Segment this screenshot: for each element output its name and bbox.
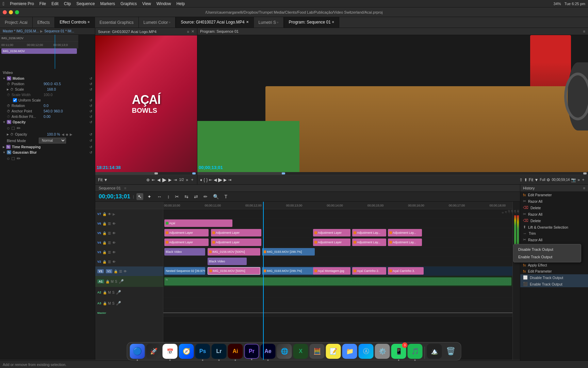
tool-ripple[interactable]: ✦ [146,193,153,200]
program-in-btn[interactable]: { [203,178,205,182]
dock-excel[interactable]: X [293,344,308,359]
anchor-x[interactable]: 540.0 [44,109,52,113]
scale-reset[interactable]: ↺ [89,88,92,91]
opacity-add-kf[interactable]: ◆ [66,133,68,136]
v2-lock[interactable]: 🔒 [102,260,107,264]
rotation-reset[interactable]: ↺ [89,104,92,108]
dock-settings[interactable]: ⚙️ [375,344,390,359]
dock-spotify[interactable]: 🎵 [408,344,423,359]
source-scrub-end[interactable] [192,172,196,174]
history-delete-1[interactable]: ⌫ Delete [520,204,588,211]
timeline-menu-icon[interactable]: ≡ [124,186,126,190]
program-more-btn[interactable]: » [577,178,580,182]
clip-v1-acai-montagem[interactable]: Açaí Montagem.jpg [313,267,350,275]
source-zoom-icon[interactable]: ⊕ [146,178,150,182]
v7-lock[interactable]: 🔒 [102,212,107,216]
v3-eye[interactable]: ☰ [108,250,111,254]
position-y[interactable]: 43.5 [54,82,61,86]
program-prev-edit[interactable]: ⇤ [209,178,212,182]
program-add-btn[interactable]: ＋ [581,177,585,183]
dock-finder[interactable]: 🔵 [130,344,145,359]
blend-mode-reset[interactable]: ↺ [89,139,92,142]
a3-clips[interactable] [163,298,512,309]
dock-photoshop[interactable]: Ps [195,344,210,359]
history-edit-param-1[interactable]: fx Edit Parameter [520,192,588,198]
app-menu-edit[interactable]: Edit [51,1,59,6]
a2-solo[interactable]: S [112,291,115,294]
program-out-btn[interactable]: } [206,178,208,182]
scale-stopwatch[interactable]: ⏱ [10,88,14,91]
a2-lock[interactable]: 🔒 [103,291,107,294]
a1-solo[interactable]: S [115,280,117,283]
tool-rate-stretch[interactable]: ↕ [166,193,171,200]
history-apply-effect[interactable]: fx Apply Effect [520,262,588,268]
source-scrubbar[interactable] [95,172,197,175]
scale-value[interactable]: 168.0 [47,87,56,91]
position-stopwatch[interactable]: ⏱ [7,82,10,86]
a1-mute[interactable]: M [111,280,114,283]
clip-v5-adj2[interactable]: Adjustment Layer [211,229,261,236]
a3-solo[interactable]: S [112,302,115,305]
uniform-scale-checkbox[interactable] [13,98,17,102]
dock-launchpad[interactable]: 🚀 [146,344,161,359]
source-scrub-handle[interactable] [154,172,158,174]
v5-clips[interactable]: Adjustment Layer Adjustment Layer Adjust… [163,228,512,238]
program-lift[interactable]: ⇧ [519,178,523,182]
clip-v1-acai-car2[interactable]: Açaí Carrinho 2. [352,267,386,275]
minimize-button[interactable] [9,10,13,14]
program-scrub-end[interactable] [583,172,587,174]
clip-v4-adj2[interactable]: Adjustment Layer [211,239,261,246]
tab-effect-controls[interactable]: Effect Controls ≡ [55,17,95,28]
ec-sequence-label[interactable]: Sequence 01 * IM... [44,29,74,33]
source-prev-frame-btn[interactable]: ⇤ [152,178,155,182]
context-disable-track[interactable]: Disable Track Output [513,246,581,253]
clip-v3-black[interactable]: Black Video [164,248,205,256]
dock-trash[interactable]: 🗑️ [443,344,458,359]
dock-aftereffects[interactable]: Ae [261,344,276,359]
program-step-back[interactable]: ◀ [214,178,217,182]
app-menu-file[interactable]: File [39,1,46,6]
context-enable-track[interactable]: Enable Track Output [513,253,581,261]
app-menu-help[interactable]: Help [176,1,185,6]
clip-v3-img0193[interactable]: IMG_0193.MOV [299.7%] [262,248,315,256]
clip-v5-adj4[interactable]: Adjustment Lay... [352,229,386,236]
v1-eye[interactable]: ☰ [119,270,122,273]
opacity-value[interactable]: 100.0 % [47,132,60,136]
time-remap-reset[interactable]: ↺ [89,145,92,149]
dock-browser[interactable]: 🌐 [277,344,292,359]
clip-v1-img0193[interactable]: IMG_0193.MOV [299.7%] [262,267,315,275]
v4-clips[interactable]: Adjustment Layer Adjustment Layer Adjust… [163,238,512,247]
v3-visible[interactable]: 👁 [112,250,116,254]
program-next-edit[interactable]: ⇥ [228,178,231,182]
source-close-icon[interactable]: ✕ [191,29,194,34]
anchor-y[interactable]: 960.0 [54,109,63,113]
window-controls[interactable] [3,10,19,14]
a2-mute[interactable]: M [108,291,111,294]
timeline-timecode[interactable]: 00;00;13;01 [99,193,130,200]
app-menu-view[interactable]: View [142,1,151,6]
apple-menu[interactable]:  [3,1,4,6]
dock-whatsapp[interactable]: 📱 3 [391,344,406,359]
clip-v3-img0156[interactable]: IMG_0156.MOV [500%] [208,248,260,256]
v1-visible[interactable]: 👁 [124,270,127,273]
v7-eye[interactable]: 👁 [108,212,111,216]
opacity-reset[interactable]: ↺ [89,133,92,136]
source-add-btn[interactable]: ＋ [190,177,194,183]
tool-text[interactable]: T [223,193,229,200]
position-reset[interactable]: ↺ [89,82,92,86]
v1-target[interactable]: V1 [106,269,112,273]
v5-visible[interactable]: 👁 [112,231,116,235]
gaussian-blur-reset[interactable]: ↺ [89,151,92,154]
a2-clips[interactable] [163,287,512,298]
uniform-scale-reset[interactable]: ↺ [89,98,92,102]
source-fit-dropdown[interactable]: Fit ▼ [98,178,108,182]
a3-mute[interactable]: M [108,302,111,305]
a1-lock[interactable]: 🔒 [105,280,110,283]
source-menu-icon[interactable]: ≡ [187,30,189,34]
tool-rolling[interactable]: ↔ [156,193,163,200]
a1-clips[interactable]: fx [163,276,512,287]
clip-v1-nested[interactable]: Nested Sequence 02 [39.97%] [164,267,205,275]
history-delete-2[interactable]: ⌫ Delete [520,217,588,224]
anti-flicker-reset[interactable]: ↺ [89,115,92,119]
opacity-next[interactable]: ▶ [70,133,72,136]
